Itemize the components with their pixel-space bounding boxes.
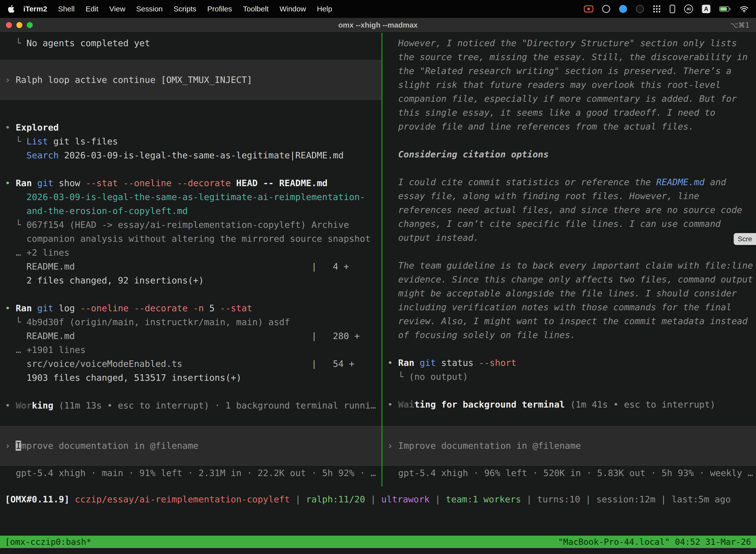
terminal-line: • Ran git log --oneline --decorate -n 5 … (5, 301, 381, 315)
ralph-inject-banner: › Ralph loop active continue [OMX_TMUX_I… (0, 60, 381, 100)
terminal-line: gpt-5.4 xhigh · main · 91% left · 2.31M … (5, 466, 381, 480)
gauge-icon[interactable]: .61 (684, 4, 693, 13)
menu-item-edit[interactable]: Edit (80, 5, 104, 13)
terminal-line: • Waiting for background terminal (1m 41… (387, 398, 756, 411)
left-pane-bottom: › Improve documentation in @filename gpt… (5, 426, 381, 480)
window-title: omx --xhigh --madmax (0, 21, 756, 29)
menu-item-scripts[interactable]: Scripts (168, 5, 202, 13)
terminal-line: and-the-erosion-of-copyleft.md (5, 204, 381, 218)
terminal-line: However, I noticed the "Directory Struct… (387, 36, 756, 50)
app-icon-dark[interactable] (636, 5, 644, 13)
terminal-line: … +2 lines (5, 246, 381, 260)
menu-item-toolbelt[interactable]: Toolbelt (238, 5, 274, 13)
terminal-line: this single essay, it seems like a good … (387, 106, 756, 120)
blank-line (5, 162, 381, 176)
fullscreen-button[interactable] (27, 22, 33, 28)
blank-line (5, 385, 381, 399)
terminal-line: … +1901 lines (5, 343, 381, 357)
terminal-line: Search 2026-03-09-is-legal-the-same-as-l… (5, 149, 381, 162)
terminal-line: changes, I can’t cite specific file line… (387, 217, 756, 231)
terminal-line: review. Also, I might want to inspect th… (387, 314, 756, 328)
terminal-line: README.md | 4 + (5, 260, 381, 274)
right-pane-bottom: › Improve documentation in @filename gpt… (387, 426, 756, 480)
menu-item-window[interactable]: Window (274, 5, 312, 13)
terminal-line: provide file and line references from th… (387, 120, 756, 133)
omx-status-bar: [OMX#0.11.9] cczip/essay/ai-reimplementa… (0, 492, 756, 506)
left-prompt-input[interactable]: › Improve documentation in @filename (0, 426, 381, 466)
terminal-line: Considering citation options (387, 148, 756, 161)
right-prompt-input[interactable]: › Improve documentation in @filename (382, 426, 756, 466)
terminal-line: companion analysis without altering the … (5, 232, 381, 246)
apps-grid-icon[interactable] (653, 5, 661, 13)
screen-tooltip: Scre (734, 233, 756, 245)
screenshot-root: iTerm2ShellEditViewSessionScriptsProfile… (0, 0, 756, 554)
terminal-line: └ 067f154 (HEAD -> essay/ai-reimplementa… (5, 218, 381, 232)
terminal-line: slight risk that future readers may over… (387, 78, 756, 92)
left-pane-scrollback: • Explored └ List git ls-files Search 20… (5, 121, 381, 412)
terminal-line: └ 4b9d30f (origin/main, instructkr/main,… (5, 315, 381, 329)
phone-icon[interactable] (670, 5, 675, 13)
menu-item-view[interactable]: View (104, 5, 131, 13)
tmux-host-clock: "MacBook-Pro-44.local" 04:52 31-Mar-26 (558, 537, 751, 547)
wifi-icon[interactable] (740, 6, 749, 12)
terminal-line: I could cite commit statistics or refere… (387, 175, 756, 189)
terminal-line: the source tree, missing the essay. Stil… (387, 50, 756, 64)
terminal-line: might be acceptable alongside the file l… (387, 286, 756, 300)
terminal-line: › Ralph loop active continue [OMX_TMUX_I… (5, 73, 381, 87)
terminal-line: companion file, especially if more comme… (387, 92, 756, 106)
blank-line (387, 384, 756, 398)
terminal-line: • Working (11m 13s • esc to interrupt) ·… (5, 399, 381, 412)
right-terminal-pane[interactable]: However, I noticed the "Directory Struct… (382, 33, 756, 487)
blank-line (387, 245, 756, 259)
terminal-line: └ List git ls-files (5, 134, 381, 149)
terminal-line: • Ran git status --short (387, 356, 756, 370)
terminal-line: output instead. (387, 231, 756, 245)
menu-items: iTerm2ShellEditViewSessionScriptsProfile… (18, 5, 337, 13)
blank-line (387, 161, 756, 175)
menu-item-shell[interactable]: Shell (53, 5, 80, 13)
apple-menu-icon[interactable] (7, 5, 14, 13)
terminal-line: the "Related research writing" section i… (387, 64, 756, 78)
browser-icon[interactable] (602, 5, 610, 13)
macos-menu-bar: iTerm2ShellEditViewSessionScriptsProfile… (0, 0, 756, 18)
terminal-line: • Ran git show --stat --oneline --decora… (5, 176, 381, 190)
terminal-line: The team guideline is to back every impo… (387, 259, 756, 273)
menu-item-session[interactable]: Session (131, 5, 168, 13)
menu-item-help[interactable]: Help (312, 5, 338, 13)
blank-line (5, 287, 381, 301)
blank-line (387, 342, 756, 356)
terminal-line: └ (no output) (387, 370, 756, 384)
terminal-line: of focusing solely on file lines. (387, 328, 756, 342)
tmux-panes: └ No agents completed yet › Ralph loop a… (0, 33, 756, 487)
terminal-line: 2 files changed, 92 insertions(+) (5, 274, 381, 287)
menu-item-iterm2[interactable]: iTerm2 (18, 5, 53, 13)
menu-status-icons: .61 A (584, 4, 749, 13)
menu-item-profiles[interactable]: Profiles (202, 5, 237, 13)
terminal-line: › Improve documentation in @filename (387, 439, 756, 453)
terminal-line: README.md | 280 + (5, 329, 381, 343)
left-session-stats: gpt-5.4 xhigh · main · 91% left · 2.31M … (5, 466, 381, 480)
screen-recording-icon[interactable] (584, 5, 593, 12)
tmux-status-bar: [omx-cczip0:bash* "MacBook-Pro-44.local"… (0, 536, 756, 548)
right-session-stats: gpt-5.4 xhigh · 96% left · 520K in · 5.8… (387, 466, 756, 480)
battery-icon[interactable] (719, 6, 731, 12)
terminal-line: essay file, along with finding root file… (387, 189, 756, 203)
terminal-line: 2026-03-09-is-legal-the-same-as-legitima… (5, 190, 381, 204)
terminal-line: evidence. Since this change only affects… (387, 273, 756, 286)
terminal-line: • Explored (5, 121, 381, 134)
input-source-icon[interactable]: A (702, 5, 710, 13)
left-terminal-pane[interactable]: └ No agents completed yet › Ralph loop a… (0, 33, 381, 487)
blank-line (387, 133, 756, 148)
app-icon-blue[interactable] (619, 5, 627, 13)
close-button[interactable] (6, 22, 12, 28)
traffic-lights (0, 22, 33, 28)
tmux-session-label: [omx-cczip0:bash* (5, 537, 91, 547)
terminal-line: 1903 files changed, 513517 insertions(+) (5, 371, 381, 385)
terminal-line: src/voice/voiceModeEnabled.ts | 54 + (5, 357, 381, 371)
terminal-line: references need actual files, and since … (387, 203, 756, 217)
terminal-line: including verification notes with those … (387, 300, 756, 314)
right-pane-scrollback: However, I noticed the "Directory Struct… (387, 36, 756, 411)
minimize-button[interactable] (16, 22, 22, 28)
window-title-bar[interactable]: omx --xhigh --madmax ⌥⌘1 (0, 18, 756, 33)
terminal-line: └ No agents completed yet (5, 36, 381, 50)
